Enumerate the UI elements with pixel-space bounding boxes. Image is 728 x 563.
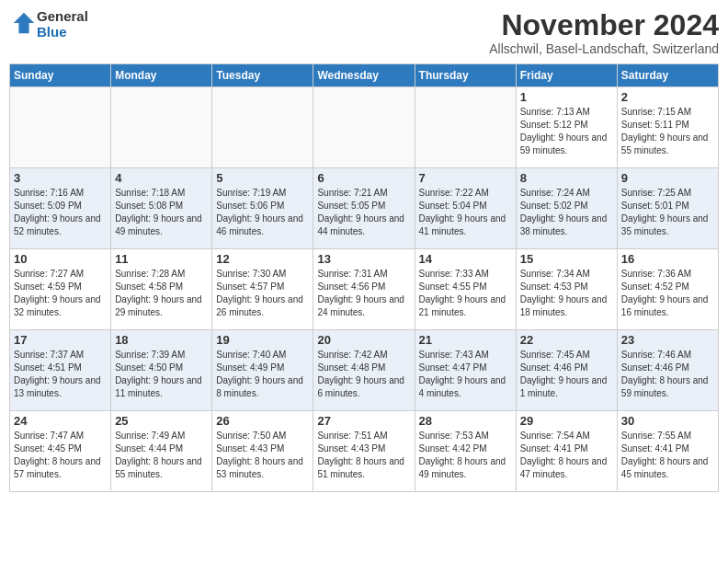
calendar-cell: 5Sunrise: 7:19 AM Sunset: 5:06 PM Daylig… xyxy=(212,168,313,249)
calendar-cell: 9Sunrise: 7:25 AM Sunset: 5:01 PM Daylig… xyxy=(617,168,718,249)
day-number: 20 xyxy=(317,333,410,347)
svg-marker-0 xyxy=(14,12,34,32)
weekday-header-sunday: Sunday xyxy=(10,64,111,87)
calendar-cell: 15Sunrise: 7:34 AM Sunset: 4:53 PM Dayli… xyxy=(516,249,617,330)
day-number: 1 xyxy=(520,90,613,104)
calendar-table: SundayMondayTuesdayWednesdayThursdayFrid… xyxy=(9,63,719,492)
weekday-header-row: SundayMondayTuesdayWednesdayThursdayFrid… xyxy=(10,64,719,87)
calendar-cell: 1Sunrise: 7:13 AM Sunset: 5:12 PM Daylig… xyxy=(516,87,617,168)
location-subtitle: Allschwil, Basel-Landschaft, Switzerland xyxy=(489,41,719,56)
day-number: 11 xyxy=(115,252,208,266)
day-info: Sunrise: 7:25 AM Sunset: 5:01 PM Dayligh… xyxy=(621,187,714,238)
logo-text: General Blue xyxy=(37,9,88,40)
day-number: 25 xyxy=(115,414,208,428)
day-number: 23 xyxy=(621,333,714,347)
day-number: 24 xyxy=(14,414,107,428)
calendar-cell xyxy=(111,87,212,168)
day-info: Sunrise: 7:53 AM Sunset: 4:42 PM Dayligh… xyxy=(419,430,512,481)
month-title: November 2024 xyxy=(489,9,719,41)
weekday-header-thursday: Thursday xyxy=(415,64,516,87)
calendar-cell: 13Sunrise: 7:31 AM Sunset: 4:56 PM Dayli… xyxy=(313,249,415,330)
day-number: 30 xyxy=(621,414,714,428)
day-info: Sunrise: 7:28 AM Sunset: 4:58 PM Dayligh… xyxy=(115,268,208,319)
calendar-week-row: 24Sunrise: 7:47 AM Sunset: 4:45 PM Dayli… xyxy=(10,411,719,492)
day-info: Sunrise: 7:43 AM Sunset: 4:47 PM Dayligh… xyxy=(419,349,512,400)
day-number: 12 xyxy=(216,252,309,266)
calendar-cell: 14Sunrise: 7:33 AM Sunset: 4:55 PM Dayli… xyxy=(415,249,516,330)
weekday-header-wednesday: Wednesday xyxy=(313,64,415,87)
day-number: 22 xyxy=(520,333,613,347)
day-info: Sunrise: 7:55 AM Sunset: 4:41 PM Dayligh… xyxy=(621,430,714,481)
day-info: Sunrise: 7:24 AM Sunset: 5:02 PM Dayligh… xyxy=(520,187,613,238)
day-info: Sunrise: 7:34 AM Sunset: 4:53 PM Dayligh… xyxy=(520,268,613,319)
day-number: 5 xyxy=(216,171,309,185)
calendar-cell: 29Sunrise: 7:54 AM Sunset: 4:41 PM Dayli… xyxy=(516,411,617,492)
day-info: Sunrise: 7:31 AM Sunset: 4:56 PM Dayligh… xyxy=(317,268,410,319)
calendar-cell: 28Sunrise: 7:53 AM Sunset: 4:42 PM Dayli… xyxy=(415,411,516,492)
calendar-week-row: 10Sunrise: 7:27 AM Sunset: 4:59 PM Dayli… xyxy=(10,249,719,330)
day-info: Sunrise: 7:37 AM Sunset: 4:51 PM Dayligh… xyxy=(14,349,107,400)
day-number: 13 xyxy=(317,252,410,266)
calendar-cell: 26Sunrise: 7:50 AM Sunset: 4:43 PM Dayli… xyxy=(212,411,313,492)
day-info: Sunrise: 7:18 AM Sunset: 5:08 PM Dayligh… xyxy=(115,187,208,238)
calendar-cell xyxy=(212,87,313,168)
day-info: Sunrise: 7:22 AM Sunset: 5:04 PM Dayligh… xyxy=(419,187,512,238)
day-number: 9 xyxy=(621,171,714,185)
day-number: 4 xyxy=(115,171,208,185)
calendar-cell: 6Sunrise: 7:21 AM Sunset: 5:05 PM Daylig… xyxy=(313,168,415,249)
day-number: 7 xyxy=(419,171,512,185)
calendar-cell: 7Sunrise: 7:22 AM Sunset: 5:04 PM Daylig… xyxy=(415,168,516,249)
page-header: General Blue November 2024 Allschwil, Ba… xyxy=(9,9,719,56)
logo: General Blue xyxy=(9,9,88,40)
day-number: 26 xyxy=(216,414,309,428)
day-info: Sunrise: 7:47 AM Sunset: 4:45 PM Dayligh… xyxy=(14,430,107,481)
day-info: Sunrise: 7:50 AM Sunset: 4:43 PM Dayligh… xyxy=(216,430,309,481)
calendar-cell: 18Sunrise: 7:39 AM Sunset: 4:50 PM Dayli… xyxy=(111,330,212,411)
calendar-week-row: 1Sunrise: 7:13 AM Sunset: 5:12 PM Daylig… xyxy=(10,87,719,168)
calendar-cell: 30Sunrise: 7:55 AM Sunset: 4:41 PM Dayli… xyxy=(617,411,718,492)
day-info: Sunrise: 7:21 AM Sunset: 5:05 PM Dayligh… xyxy=(317,187,410,238)
calendar-cell: 21Sunrise: 7:43 AM Sunset: 4:47 PM Dayli… xyxy=(415,330,516,411)
day-info: Sunrise: 7:54 AM Sunset: 4:41 PM Dayligh… xyxy=(520,430,613,481)
calendar-week-row: 17Sunrise: 7:37 AM Sunset: 4:51 PM Dayli… xyxy=(10,330,719,411)
calendar-cell: 27Sunrise: 7:51 AM Sunset: 4:43 PM Dayli… xyxy=(313,411,415,492)
day-info: Sunrise: 7:13 AM Sunset: 5:12 PM Dayligh… xyxy=(520,106,613,157)
day-number: 14 xyxy=(419,252,512,266)
day-info: Sunrise: 7:36 AM Sunset: 4:52 PM Dayligh… xyxy=(621,268,714,319)
day-info: Sunrise: 7:15 AM Sunset: 5:11 PM Dayligh… xyxy=(621,106,714,157)
day-info: Sunrise: 7:27 AM Sunset: 4:59 PM Dayligh… xyxy=(14,268,107,319)
calendar-cell: 20Sunrise: 7:42 AM Sunset: 4:48 PM Dayli… xyxy=(313,330,415,411)
calendar-cell: 19Sunrise: 7:40 AM Sunset: 4:49 PM Dayli… xyxy=(212,330,313,411)
day-info: Sunrise: 7:19 AM Sunset: 5:06 PM Dayligh… xyxy=(216,187,309,238)
calendar-cell: 2Sunrise: 7:15 AM Sunset: 5:11 PM Daylig… xyxy=(617,87,718,168)
calendar-cell: 16Sunrise: 7:36 AM Sunset: 4:52 PM Dayli… xyxy=(617,249,718,330)
calendar-cell xyxy=(10,87,111,168)
calendar-cell: 3Sunrise: 7:16 AM Sunset: 5:09 PM Daylig… xyxy=(10,168,111,249)
day-number: 16 xyxy=(621,252,714,266)
calendar-cell: 12Sunrise: 7:30 AM Sunset: 4:57 PM Dayli… xyxy=(212,249,313,330)
weekday-header-friday: Friday xyxy=(516,64,617,87)
weekday-header-monday: Monday xyxy=(111,64,212,87)
day-info: Sunrise: 7:51 AM Sunset: 4:43 PM Dayligh… xyxy=(317,430,410,481)
day-info: Sunrise: 7:42 AM Sunset: 4:48 PM Dayligh… xyxy=(317,349,410,400)
day-info: Sunrise: 7:30 AM Sunset: 4:57 PM Dayligh… xyxy=(216,268,309,319)
weekday-header-saturday: Saturday xyxy=(617,64,718,87)
day-info: Sunrise: 7:45 AM Sunset: 4:46 PM Dayligh… xyxy=(520,349,613,400)
day-number: 28 xyxy=(419,414,512,428)
day-number: 15 xyxy=(520,252,613,266)
weekday-header-tuesday: Tuesday xyxy=(212,64,313,87)
calendar-cell: 22Sunrise: 7:45 AM Sunset: 4:46 PM Dayli… xyxy=(516,330,617,411)
day-number: 8 xyxy=(520,171,613,185)
day-number: 3 xyxy=(14,171,107,185)
day-number: 29 xyxy=(520,414,613,428)
calendar-cell: 10Sunrise: 7:27 AM Sunset: 4:59 PM Dayli… xyxy=(10,249,111,330)
calendar-week-row: 3Sunrise: 7:16 AM Sunset: 5:09 PM Daylig… xyxy=(10,168,719,249)
day-number: 17 xyxy=(14,333,107,347)
day-number: 19 xyxy=(216,333,309,347)
day-info: Sunrise: 7:46 AM Sunset: 4:46 PM Dayligh… xyxy=(621,349,714,400)
day-info: Sunrise: 7:33 AM Sunset: 4:55 PM Dayligh… xyxy=(419,268,512,319)
calendar-cell: 23Sunrise: 7:46 AM Sunset: 4:46 PM Dayli… xyxy=(617,330,718,411)
day-number: 6 xyxy=(317,171,410,185)
day-number: 21 xyxy=(419,333,512,347)
calendar-cell xyxy=(415,87,516,168)
